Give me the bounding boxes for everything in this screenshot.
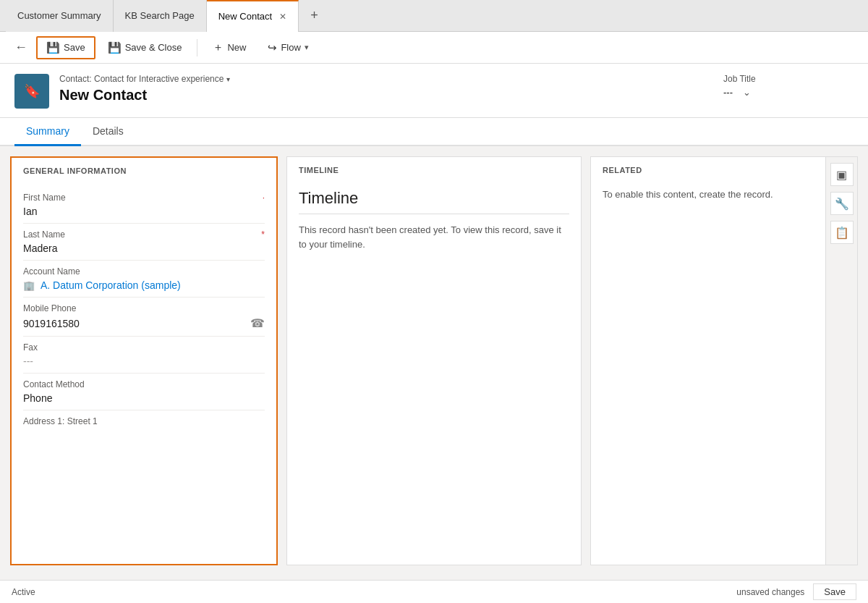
avatar: 🔖: [14, 74, 49, 109]
last-name-label: Last Name: [23, 229, 65, 240]
account-name-label: Account Name: [23, 266, 80, 277]
status-bar: Active unsaved changes Save: [0, 580, 868, 603]
status-save-button[interactable]: Save: [813, 583, 856, 600]
record-meta: Contact: Contact for Interactive experie…: [59, 74, 723, 104]
back-button[interactable]: ←: [9, 37, 33, 58]
breadcrumb[interactable]: Contact: Contact for Interactive experie…: [59, 74, 723, 84]
contact-method-value[interactable]: Phone: [23, 392, 265, 404]
new-button[interactable]: ＋ New: [203, 36, 255, 59]
flow-button[interactable]: ↪ Flow ▾: [258, 37, 318, 59]
related-header: RELATED: [591, 157, 825, 180]
tab-kb-search[interactable]: KB Search Page: [114, 0, 207, 32]
main-content: GENERAL INFORMATION First Name · Ian Las…: [0, 146, 868, 575]
fax-field: Fax ---: [23, 337, 265, 374]
mobile-phone-label: Mobile Phone: [23, 303, 76, 313]
add-tab-button[interactable]: +: [305, 8, 324, 23]
avatar-icon: 🔖: [24, 83, 40, 99]
flow-icon: ↪: [268, 41, 277, 54]
job-title-value: --- ⌄: [723, 87, 854, 98]
first-name-dot: ·: [263, 193, 265, 203]
general-info-header: GENERAL INFORMATION: [12, 158, 276, 181]
contact-method-label: Contact Method: [23, 379, 85, 389]
related-panel-container: RELATED To enable this content, create t…: [590, 156, 858, 565]
mobile-phone-field: Mobile Phone 9019161580 ☎: [23, 298, 265, 337]
breadcrumb-dropdown-icon: ▾: [226, 75, 230, 83]
nav-tabs: Summary Details: [0, 118, 868, 146]
tab-new-contact[interactable]: New Contact ✕: [207, 0, 299, 32]
new-icon: ＋: [213, 41, 224, 54]
save-close-icon: 💾: [108, 41, 122, 54]
related-icon-wrench[interactable]: 🔧: [830, 192, 854, 215]
mobile-phone-value[interactable]: 9019161580 ☎: [23, 316, 265, 330]
tab-customer-summary[interactable]: Customer Summary: [6, 0, 114, 32]
general-info-panel: GENERAL INFORMATION First Name · Ian Las…: [10, 156, 278, 565]
save-icon: 💾: [46, 41, 60, 54]
status-right: unsaved changes Save: [736, 583, 856, 600]
address-street1-value[interactable]: [23, 429, 265, 441]
record-right: Job Title --- ⌄: [723, 74, 854, 98]
related-message: To enable this content, create the recor…: [591, 180, 825, 208]
fax-value[interactable]: ---: [23, 355, 265, 367]
timeline-divider: [299, 214, 569, 214]
save-close-button[interactable]: 💾 Save & Close: [98, 37, 192, 59]
timeline-title: Timeline: [287, 180, 581, 214]
job-title-chevron-icon[interactable]: ⌄: [743, 87, 751, 98]
job-title-label: Job Title: [723, 74, 854, 84]
address-street1-label: Address 1: Street 1: [23, 416, 98, 426]
contact-method-field: Contact Method Phone: [23, 374, 265, 410]
related-panel: RELATED To enable this content, create t…: [590, 156, 826, 565]
account-name-value[interactable]: 🏢 A. Datum Corporation (sample): [23, 279, 265, 291]
phone-icon: ☎: [250, 316, 265, 330]
toolbar-separator: [197, 39, 197, 56]
first-name-value[interactable]: Ian: [23, 206, 265, 217]
unsaved-changes-label: unsaved changes: [736, 587, 804, 597]
account-link-icon: 🏢: [23, 280, 35, 291]
fax-label: Fax: [23, 342, 38, 353]
toolbar: ← 💾 Save 💾 Save & Close ＋ New ↪ Flow ▾: [0, 32, 868, 64]
first-name-label: First Name: [23, 193, 66, 203]
record-title: New Contact: [59, 87, 723, 104]
related-icon-doc[interactable]: 📋: [830, 221, 854, 244]
tab-bar: Customer Summary KB Search Page New Cont…: [0, 0, 868, 32]
related-icon-grid[interactable]: ▣: [830, 163, 854, 186]
timeline-header: TIMELINE: [287, 157, 581, 180]
close-tab-icon[interactable]: ✕: [279, 12, 286, 22]
last-name-field: Last Name * Madera: [23, 224, 265, 261]
status-active-label: Active: [12, 587, 35, 597]
last-name-required-icon: *: [261, 229, 265, 240]
related-sidebar: ▣ 🔧 📋: [826, 156, 858, 565]
flow-dropdown-icon: ▾: [305, 43, 309, 52]
save-button[interactable]: 💾 Save: [36, 36, 95, 59]
general-info-body: First Name · Ian Last Name * Madera Acco…: [12, 181, 276, 455]
timeline-message: This record hasn't been created yet. To …: [287, 223, 581, 251]
address-street1-field: Address 1: Street 1: [23, 410, 265, 447]
timeline-panel: TIMELINE Timeline This record hasn't bee…: [286, 156, 582, 565]
tab-summary[interactable]: Summary: [14, 118, 81, 146]
tab-details[interactable]: Details: [81, 118, 135, 146]
record-header: 🔖 Contact: Contact for Interactive exper…: [0, 64, 868, 118]
first-name-field: First Name · Ian: [23, 187, 265, 224]
last-name-value[interactable]: Madera: [23, 243, 265, 254]
account-name-field: Account Name 🏢 A. Datum Corporation (sam…: [23, 261, 265, 298]
